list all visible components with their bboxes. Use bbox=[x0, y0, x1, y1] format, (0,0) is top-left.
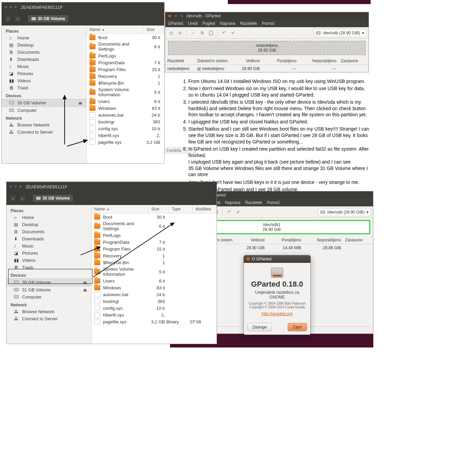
menu-uredi[interactable]: Uredi bbox=[188, 21, 198, 26]
sidebar-item-music[interactable]: ♪Music bbox=[6, 242, 91, 250]
partition-visual[interactable]: nedodeljeno 28.90 GiB bbox=[168, 41, 366, 55]
close-icon[interactable] bbox=[4, 5, 8, 9]
file-row[interactable]: Documents and Settings6 it bbox=[87, 41, 164, 52]
file-row[interactable]: Program Files15 it bbox=[87, 66, 164, 73]
sidebar-item-videos[interactable]: ▮▮Videos bbox=[2, 77, 86, 84]
file-row[interactable]: Recovery1 bbox=[87, 73, 164, 80]
maximize-icon[interactable] bbox=[19, 185, 22, 188]
paste-button[interactable]: 📋 bbox=[207, 29, 215, 37]
file-row[interactable]: System Volume Information5 it bbox=[87, 86, 164, 98]
col-type[interactable]: Type bbox=[169, 205, 193, 213]
col-size[interactable]: Size bbox=[149, 205, 169, 213]
sidebar-item-31-gb-volume[interactable]: 31 GB Volume⏏ bbox=[6, 286, 91, 293]
col-size[interactable]: Size bbox=[144, 26, 164, 34]
device-selector[interactable]: /dev/sdb (28.90 GiB) ▾ bbox=[313, 29, 367, 37]
sidebar-item-documents[interactable]: 🗎Documents bbox=[6, 228, 91, 235]
file-row[interactable]: autoexec.bat24 b bbox=[91, 291, 217, 298]
file-row[interactable]: ProgramData7 it bbox=[87, 59, 164, 66]
col-flags[interactable]: Zastavice bbox=[339, 57, 369, 65]
file-row[interactable]: config.sys10 b bbox=[87, 125, 164, 132]
menu-pomoč[interactable]: Pomoč bbox=[262, 21, 274, 26]
sidebar-item-desktop[interactable]: ▤Desktop bbox=[6, 221, 91, 228]
menu-gparted[interactable]: GParted bbox=[168, 21, 183, 26]
file-list[interactable]: Name ▲ Size Boot30 itDocuments and Setti… bbox=[87, 26, 164, 163]
sidebar-item-music[interactable]: ♪Music bbox=[2, 63, 86, 70]
file-row[interactable]: Boot30 it bbox=[87, 34, 164, 41]
menu-razdelek[interactable]: Razdelek bbox=[245, 200, 262, 205]
sidebar-item-home[interactable]: ⌂Home bbox=[6, 214, 91, 221]
credits-button[interactable]: Zasluge bbox=[247, 323, 272, 331]
col-partition[interactable]: Razdelek bbox=[165, 57, 195, 65]
col-modified[interactable]: Modified bbox=[193, 205, 217, 213]
apply-button[interactable]: ✔ bbox=[229, 29, 237, 37]
close-icon[interactable] bbox=[168, 14, 171, 18]
delete-button[interactable]: ⊘ bbox=[176, 29, 184, 37]
gparted-link[interactable]: http://gparted.org bbox=[261, 311, 292, 316]
sidebar-item-pictures[interactable]: ◪Pictures bbox=[2, 70, 86, 77]
maximize-icon[interactable] bbox=[14, 5, 17, 9]
menu-naprava[interactable]: Naprava bbox=[225, 200, 240, 205]
close-icon[interactable] bbox=[9, 185, 13, 188]
file-row[interactable]: PerfLogs bbox=[87, 52, 164, 59]
file-row[interactable]: pagefile.sys3,2 GBBinary07:08 bbox=[91, 318, 217, 325]
new-partition-button[interactable]: ◎ bbox=[167, 29, 175, 37]
partition-row[interactable]: nedodeljeno nedodeljeno 28.90 GiB --- --… bbox=[165, 65, 369, 72]
file-row[interactable]: bootmgr383 bbox=[87, 118, 164, 125]
sidebar-item-documents[interactable]: 🗎Documents bbox=[2, 49, 86, 56]
minimize-icon[interactable] bbox=[174, 14, 177, 18]
menu-bar[interactable]: GPartedUrediPogledNapravaRazdelekPomoč bbox=[165, 20, 369, 27]
file-row[interactable]: hiberfil.sys2, bbox=[91, 311, 217, 318]
file-row[interactable]: bootmgr383 bbox=[91, 298, 217, 305]
col-used[interactable]: Porabljeno bbox=[262, 57, 299, 65]
file-row[interactable]: $Recycle.Bin1 bbox=[87, 80, 164, 86]
file-row[interactable]: autoexec.bat24 b bbox=[87, 112, 164, 118]
col-name[interactable]: Name bbox=[94, 207, 105, 211]
undo-button[interactable]: ↶ bbox=[225, 208, 233, 216]
col-size[interactable]: Velikost bbox=[232, 57, 262, 65]
sidebar-item-trash[interactable]: 🗑Trash bbox=[6, 264, 91, 271]
sidebar-item-trash[interactable]: 🗑Trash bbox=[2, 84, 86, 91]
file-row[interactable]: Windows83 it bbox=[91, 284, 217, 291]
forward-button[interactable]: › bbox=[19, 194, 26, 202]
file-row[interactable]: hiberfil.sys2, bbox=[87, 132, 164, 139]
copy-button[interactable]: ⧉ bbox=[198, 29, 206, 37]
sidebar-item-computer[interactable]: Computer bbox=[6, 293, 91, 301]
sidebar-item-downloads[interactable]: ⬇Downloads bbox=[6, 235, 91, 242]
back-button[interactable]: ‹ bbox=[4, 15, 12, 22]
window-controls[interactable] bbox=[9, 185, 22, 188]
file-row[interactable]: Users6 it bbox=[87, 98, 164, 105]
location-button[interactable]: 35 GB Volume bbox=[28, 15, 69, 23]
menu-pogled[interactable]: Pogled bbox=[202, 21, 215, 26]
file-row[interactable]: Boot30 it bbox=[91, 214, 217, 220]
menu-pomoč[interactable]: Pomoč bbox=[267, 200, 279, 205]
col-name[interactable]: Name bbox=[89, 27, 100, 32]
sidebar-item-downloads[interactable]: ⬇Downloads bbox=[2, 56, 86, 63]
sidebar-item-home[interactable]: ⌂Home bbox=[2, 34, 86, 41]
file-row[interactable]: Windows83 it bbox=[87, 105, 164, 112]
location-button[interactable]: 35 GB Volume bbox=[32, 194, 73, 202]
sidebar-item-pictures[interactable]: ◪Pictures bbox=[6, 250, 91, 257]
sidebar-item-desktop[interactable]: ▤Desktop bbox=[2, 41, 86, 49]
minimize-icon[interactable] bbox=[9, 5, 13, 9]
device-selector[interactable]: /dev/sdb (28.90 GiB) ▾ bbox=[318, 208, 371, 216]
maximize-icon[interactable] bbox=[180, 14, 184, 18]
close-button[interactable]: Zapri bbox=[288, 323, 307, 331]
file-row[interactable]: config.sys10 b bbox=[91, 305, 217, 311]
apply-button[interactable]: ✔ bbox=[234, 208, 242, 216]
sidebar-item-videos[interactable]: ▮▮Videos bbox=[6, 257, 91, 264]
minimize-icon[interactable] bbox=[14, 185, 17, 188]
undo-button[interactable]: ↶ bbox=[220, 29, 228, 37]
close-icon[interactable] bbox=[247, 257, 250, 261]
col-filesystem[interactable]: Datotečni sistem bbox=[195, 57, 232, 65]
col-unused[interactable]: Neporabljeno bbox=[299, 57, 339, 65]
window-controls[interactable] bbox=[4, 5, 17, 9]
menu-razdelek[interactable]: Razdelek bbox=[240, 21, 257, 26]
resize-button[interactable]: ↔ bbox=[189, 29, 197, 37]
eject-icon[interactable]: ⏏ bbox=[83, 287, 87, 292]
forward-button[interactable]: › bbox=[14, 15, 21, 22]
sidebar-item-connect-to-server[interactable]: 🖧Connect to Server bbox=[6, 315, 91, 322]
sidebar-item-browse-network[interactable]: 🖧Browse Network bbox=[6, 308, 91, 315]
eject-icon[interactable]: ⏏ bbox=[83, 280, 87, 285]
file-row[interactable]: pagefile.sys3,2 GB bbox=[87, 139, 164, 146]
menu-naprava[interactable]: Naprava bbox=[220, 21, 235, 26]
